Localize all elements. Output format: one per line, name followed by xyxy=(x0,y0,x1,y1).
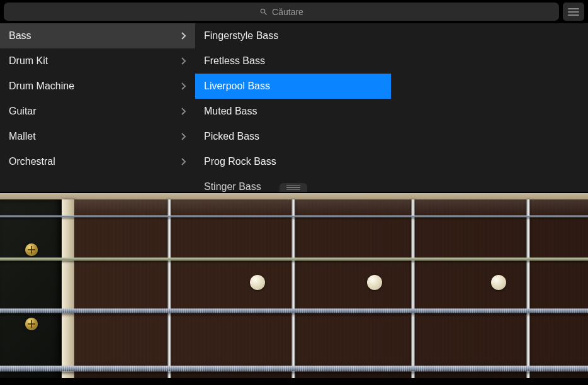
category-list: Bass Drum Kit Drum Machine Guitar Mallet… xyxy=(0,23,195,192)
tuning-screw-icon xyxy=(25,243,38,256)
chevron-right-icon xyxy=(181,32,186,40)
preset-item[interactable]: Fingerstyle Bass xyxy=(195,23,391,48)
category-label: Guitar xyxy=(9,106,37,117)
string-d[interactable] xyxy=(0,256,588,262)
chevron-right-icon xyxy=(181,158,186,165)
category-label: Drum Machine xyxy=(9,81,74,92)
string-g[interactable] xyxy=(0,213,588,220)
fret xyxy=(291,199,295,378)
preset-item[interactable]: Muted Bass xyxy=(195,99,391,124)
category-item-drum-kit[interactable]: Drum Kit xyxy=(0,48,195,74)
category-item-mallet[interactable]: Mallet xyxy=(0,124,195,149)
category-item-guitar[interactable]: Guitar xyxy=(0,99,195,124)
menu-button[interactable] xyxy=(563,3,584,21)
category-item-drum-machine[interactable]: Drum Machine xyxy=(0,74,195,99)
browser-empty-column xyxy=(391,23,588,192)
preset-label: Picked Bass xyxy=(204,131,259,142)
search-placeholder: Căutare xyxy=(272,7,303,17)
preset-item[interactable]: Prog Rock Bass xyxy=(195,149,391,174)
fret-inlay xyxy=(367,275,382,290)
chevron-right-icon xyxy=(181,108,186,115)
bass-fretboard[interactable] xyxy=(0,192,588,385)
preset-item[interactable]: Picked Bass xyxy=(195,124,391,149)
chevron-right-icon xyxy=(181,82,186,90)
category-item-bass[interactable]: Bass xyxy=(0,23,195,48)
category-label: Drum Kit xyxy=(9,55,48,67)
preset-item[interactable]: Liverpool Bass xyxy=(195,74,391,99)
fretboard-wood xyxy=(74,199,588,378)
nut xyxy=(62,199,74,378)
category-item-orchestral[interactable]: Orchestral xyxy=(0,149,195,174)
sound-browser: Bass Drum Kit Drum Machine Guitar Mallet… xyxy=(0,23,588,192)
preset-label: Prog Rock Bass xyxy=(204,156,276,167)
fret xyxy=(526,199,530,378)
preset-label: Fingerstyle Bass xyxy=(204,30,278,42)
fret xyxy=(411,199,415,378)
string-a[interactable] xyxy=(0,308,588,314)
fret xyxy=(167,199,171,378)
category-label: Orchestral xyxy=(9,156,55,167)
search-input[interactable]: Căutare xyxy=(4,3,559,21)
chevron-right-icon xyxy=(181,133,186,140)
headstock xyxy=(0,199,62,378)
tuning-screw-icon xyxy=(25,318,38,330)
string-e[interactable] xyxy=(0,365,588,372)
chevron-right-icon xyxy=(181,57,186,65)
preset-list: Fingerstyle Bass Fretless Bass Liverpool… xyxy=(195,23,391,192)
preset-label: Liverpool Bass xyxy=(204,81,270,92)
preset-label: Muted Bass xyxy=(204,106,257,117)
preset-label: Fretless Bass xyxy=(204,55,265,67)
fret-inlay xyxy=(491,275,506,290)
fret-inlay xyxy=(250,275,265,290)
browser-resize-handle[interactable] xyxy=(280,183,307,192)
search-icon xyxy=(259,8,268,16)
preset-label: Stinger Bass xyxy=(204,181,261,192)
preset-item[interactable]: Fretless Bass xyxy=(195,48,391,74)
category-label: Bass xyxy=(9,30,31,42)
category-label: Mallet xyxy=(9,131,36,142)
